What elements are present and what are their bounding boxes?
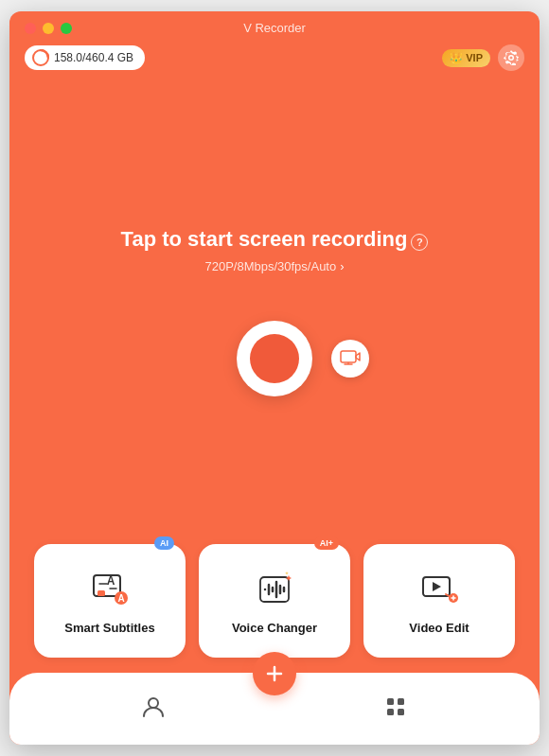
screen-record-side-button[interactable] (331, 340, 369, 378)
svg-rect-5 (97, 590, 105, 596)
help-icon[interactable]: ? (411, 234, 428, 251)
record-button-wrapper (237, 321, 312, 396)
svg-point-19 (149, 698, 158, 708)
svg-marker-17 (433, 582, 441, 591)
storage-badge: 158.0/460.4 GB (25, 45, 145, 70)
minimize-button[interactable] (43, 23, 54, 34)
title-bar: V Recorder (9, 11, 540, 41)
video-edit-label: Video Edit (409, 621, 469, 635)
apps-grid-icon (383, 694, 408, 719)
top-right-actions: 👑 VIP (442, 44, 524, 71)
video-edit-icon (417, 568, 461, 611)
svg-rect-23 (398, 698, 404, 705)
svg-rect-22 (387, 698, 394, 705)
smart-subtitles-icon: A A (88, 568, 132, 611)
ai-badge-subtitles: AI (154, 536, 174, 550)
screen-record-icon (340, 350, 361, 367)
svg-text:A: A (107, 574, 115, 588)
hero-section: Tap to start screen recording? 720P/8Mbp… (9, 79, 540, 544)
hero-title: Tap to start screen recording? (121, 227, 429, 252)
quality-settings-link[interactable]: 720P/8Mbps/30fps/Auto › (204, 259, 344, 273)
chevron-right-icon: › (340, 259, 344, 273)
ai-badge-voice: AI+ (314, 536, 339, 550)
svg-rect-1 (341, 351, 356, 362)
bottom-nav (9, 673, 540, 745)
top-bar: 158.0/460.4 GB 👑 VIP (9, 41, 540, 79)
maximize-button[interactable] (61, 23, 72, 34)
crown-icon: 👑 (450, 52, 463, 64)
settings-button[interactable] (498, 44, 524, 71)
window-title: V Recorder (243, 21, 306, 35)
user-icon (141, 694, 166, 719)
plus-icon (264, 663, 285, 684)
vip-label: VIP (466, 52, 483, 63)
svg-rect-24 (387, 709, 394, 715)
svg-text:A: A (117, 593, 124, 604)
svg-rect-25 (398, 709, 404, 715)
gear-icon (504, 50, 519, 65)
traffic-lights (25, 23, 72, 34)
record-dot (250, 334, 299, 383)
apps-nav-button[interactable] (377, 688, 415, 726)
add-button[interactable] (253, 652, 296, 695)
voice-changer-label: Voice Changer (232, 621, 317, 635)
voice-changer-card[interactable]: AI+ Voice Changer (199, 544, 350, 658)
app-window: V Recorder 158.0/460.4 GB 👑 VIP (9, 11, 540, 745)
voice-changer-icon (253, 568, 296, 611)
disk-icon (32, 49, 49, 66)
user-nav-button[interactable] (134, 688, 172, 726)
video-edit-card[interactable]: Video Edit (363, 544, 515, 658)
vip-badge[interactable]: 👑 VIP (442, 49, 490, 67)
smart-subtitles-label: Smart Subtitles (64, 621, 154, 635)
record-button[interactable] (237, 321, 312, 396)
close-button[interactable] (25, 23, 36, 34)
smart-subtitles-card[interactable]: AI A A Smart Subtitles (34, 544, 186, 658)
storage-label: 158.0/460.4 GB (54, 51, 133, 64)
